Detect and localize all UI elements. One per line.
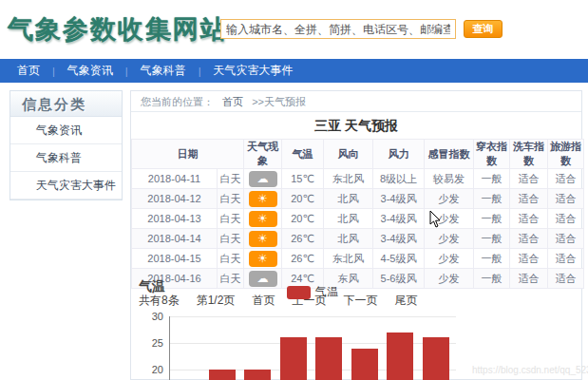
col-header-dress-index: 穿衣指数 [474,140,510,169]
cell-date: 2018-04-14 [132,229,218,249]
col-header-cold-index: 感冒指数 [425,140,474,169]
temperature-bar [244,370,271,380]
cell-temperature: 20℃ [282,209,324,229]
weather-table-body: 2018-04-11白天☁15℃东北风8级以上较易发一般适合适合2018-04-… [132,169,584,289]
breadcrumb-home-link[interactable]: 首页 [222,96,243,107]
nav-separator: | [199,66,201,77]
cell-weather-icon: ☁ [244,169,282,189]
table-row: 2018-04-14白天☀26℃北风3-4级风少发一般适合适合 [132,229,584,249]
temperature-bar [351,349,378,380]
cell-temperature: 26℃ [282,229,324,249]
nav-item-disaster[interactable]: 天气灾害大事件 [214,63,294,79]
cell-wash-index: 适合 [510,249,548,269]
col-header-phenomenon: 天气现象 [244,140,282,169]
cloud-icon: ☁ [249,171,277,187]
breadcrumb: 您当前的位置： 首页 >>天气预报 [131,91,581,112]
temperature-bar [315,337,342,380]
temperature-bar [280,337,307,380]
cell-dress-index: 一般 [474,229,510,249]
temperature-bar [209,370,236,380]
cell-wind-direction: 东北风 [324,249,373,269]
page-title: 三亚 天气预报 [131,118,581,135]
table-row: 2018-04-15白天☀26℃东北风4-5级风少发一般适合适合 [132,249,584,269]
cell-weather-icon: ☀ [244,249,282,269]
col-header-wind-dir: 风向 [324,140,373,169]
cell-date: 2018-04-15 [132,249,218,269]
cell-wind-direction: 北风 [324,229,373,249]
chart-plot-area: 302520 [169,316,456,380]
nav-item-home[interactable]: 首页 [17,63,40,79]
chart-legend: 气温 [169,284,456,300]
table-row: 2018-04-13白天☀20℃北风3-4级风少发一般适合适合 [132,209,584,229]
cell-travel-index: 适合 [548,249,584,269]
col-header-temp: 气温 [282,140,324,169]
cell-daypart: 白天 [218,189,244,209]
cell-wash-index: 适合 [510,229,548,249]
sun-icon: ☀ [249,231,277,247]
gridline [169,316,456,317]
cell-temperature: 20℃ [282,189,324,209]
cell-wash-index: 适合 [510,169,548,189]
cell-wind-force: 3-4级风 [373,209,425,229]
cell-cold-index: 少发 [425,229,474,249]
cell-cold-index: 较易发 [425,169,474,189]
cell-wind-direction: 东北风 [324,169,373,189]
cell-date: 2018-04-11 [132,169,218,189]
main-panel: 您当前的位置： 首页 >>天气预报 三亚 天气预报 日期 天气现象 气温 风向 [130,90,582,380]
sidebar-item-disaster[interactable]: 天气灾害大事件 [10,172,122,200]
site-logo[interactable]: 气象参数收集网站 [8,12,228,47]
cell-wind-force: 3-4级风 [373,189,425,209]
breadcrumb-current: >>天气预报 [252,96,306,107]
cell-travel-index: 适合 [548,189,584,209]
cell-wind-direction: 北风 [324,209,373,229]
sun-icon: ☀ [249,251,277,267]
search-input[interactable] [220,19,456,39]
cell-temperature: 15℃ [282,169,324,189]
legend-swatch[interactable] [287,286,311,299]
table-row: 2018-04-12白天☀20℃北风3-4级风少发一般适合适合 [132,189,584,209]
cell-wind-force: 4-5级风 [373,249,425,269]
sidebar-title: 信息分类 [10,91,122,117]
cell-daypart: 白天 [218,229,244,249]
legend-label: 气温 [315,284,338,300]
cell-daypart: 白天 [218,249,244,269]
weather-site-page: 气象参数收集网站 查询 首页 | 气象资讯 | 气象科普 | 天气灾害大事件 信… [0,0,588,380]
cell-date: 2018-04-13 [132,209,218,229]
y-axis-tick-label: 25 [141,337,163,349]
cell-weather-icon: ☀ [244,209,282,229]
cell-temperature: 26℃ [282,249,324,269]
site-header: 气象参数收集网站 查询 [0,0,588,57]
cell-date: 2018-04-12 [132,189,218,209]
cell-weather-icon: ☀ [244,189,282,209]
cell-daypart: 白天 [218,209,244,229]
cell-travel-index: 适合 [548,209,584,229]
nav-separator: | [52,66,55,77]
cell-dress-index: 一般 [474,249,510,269]
y-axis-tick-label: 20 [141,364,163,375]
cell-cold-index: 少发 [425,249,474,269]
cell-wash-index: 适合 [510,189,548,209]
col-header-wind-force: 风力 [373,140,425,169]
cell-wash-index: 适合 [510,209,548,229]
weather-forecast-table: 日期 天气现象 气温 风向 风力 感冒指数 穿衣指数 洗车指数 旅游指数 201… [131,139,584,289]
sidebar: 信息分类 气象资讯 气象科普 天气灾害大事件 [9,90,123,200]
breadcrumb-label: 您当前的位置： [141,96,214,107]
cell-wind-force: 3-4级风 [373,229,425,249]
cell-wind-force: 8级以上 [373,169,425,189]
cell-weather-icon: ☀ [244,229,282,249]
table-row: 2018-04-11白天☁15℃东北风8级以上较易发一般适合适合 [132,169,584,189]
cell-dress-index: 一般 [474,169,510,189]
cell-dress-index: 一般 [474,189,510,209]
temperature-bar [423,337,449,380]
col-header-wash-index: 洗车指数 [510,140,548,169]
search-button[interactable]: 查询 [464,20,503,38]
cell-travel-index: 适合 [548,169,584,189]
col-header-travel-index: 旅游指数 [548,140,584,169]
nav-item-science[interactable]: 气象科普 [141,63,186,79]
sidebar-item-science[interactable]: 气象科普 [10,144,122,172]
sidebar-item-news[interactable]: 气象资讯 [10,117,122,144]
sun-icon: ☀ [249,191,277,207]
nav-item-news[interactable]: 气象资讯 [67,63,113,79]
cell-wind-direction: 北风 [324,189,373,209]
cell-cold-index: 少发 [425,189,474,209]
